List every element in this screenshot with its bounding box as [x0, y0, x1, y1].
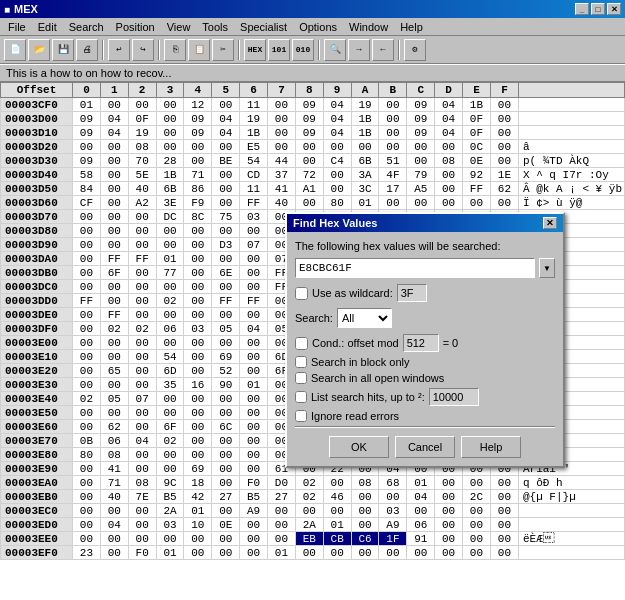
hex-cell[interactable]: 02	[156, 294, 184, 308]
hex-cell[interactable]: 00	[490, 126, 518, 140]
hex-cell[interactable]: 00	[212, 182, 240, 196]
hex-cell[interactable]: 00	[128, 420, 156, 434]
hex-cell[interactable]: 04	[323, 126, 351, 140]
hex-cell[interactable]: 00	[73, 476, 101, 490]
hex-cell[interactable]: 00	[212, 140, 240, 154]
hex-cell[interactable]: 00	[184, 546, 212, 560]
hex-cell[interactable]: 04	[128, 434, 156, 448]
ignore-errors-checkbox[interactable]	[295, 410, 307, 422]
hex-cell[interactable]: 00	[100, 336, 128, 350]
hex-cell[interactable]: 46	[323, 490, 351, 504]
hex-cell[interactable]: 75	[212, 210, 240, 224]
hex-cell[interactable]: 00	[435, 546, 463, 560]
hex-cell[interactable]: 01	[323, 518, 351, 532]
hex-cell[interactable]: 80	[323, 196, 351, 210]
hex-cell[interactable]: 00	[379, 140, 407, 154]
save-button[interactable]: 💾	[52, 39, 74, 61]
hex-cell[interactable]: 00	[490, 196, 518, 210]
hex-cell[interactable]: 12	[184, 98, 212, 112]
hex-cell[interactable]: 1B	[351, 112, 379, 126]
hex-cell[interactable]: 54	[156, 350, 184, 364]
hex-cell[interactable]: 00	[323, 546, 351, 560]
hex-cell[interactable]: FF	[240, 294, 268, 308]
hex-cell[interactable]: 00	[407, 504, 435, 518]
hex-cell[interactable]: 00	[212, 462, 240, 476]
hex-cell[interactable]: 2A	[156, 504, 184, 518]
search-block-checkbox[interactable]	[295, 356, 307, 368]
hex-cell[interactable]: 00	[100, 406, 128, 420]
hex-cell[interactable]: 00	[73, 462, 101, 476]
hex-cell[interactable]: 2A	[295, 518, 323, 532]
hex-cell[interactable]: 08	[128, 140, 156, 154]
menu-edit[interactable]: Edit	[32, 20, 63, 34]
hex-cell[interactable]: A9	[379, 518, 407, 532]
hex-cell[interactable]: 41	[100, 462, 128, 476]
hex-cell[interactable]: 44	[268, 154, 296, 168]
menu-view[interactable]: View	[161, 20, 197, 34]
hex-cell[interactable]: 00	[268, 98, 296, 112]
hex-cell[interactable]: 00	[295, 504, 323, 518]
hex-cell[interactable]: 40	[268, 196, 296, 210]
hex-cell[interactable]: 01	[73, 98, 101, 112]
hex-cell[interactable]: 04	[435, 98, 463, 112]
search-all-windows-checkbox[interactable]	[295, 372, 307, 384]
hex-cell[interactable]: A1	[295, 182, 323, 196]
hex-cell[interactable]: 07	[240, 238, 268, 252]
hex-cell[interactable]: 00	[184, 350, 212, 364]
hex-cell[interactable]: 04	[323, 112, 351, 126]
hex-cell[interactable]: 4F	[379, 168, 407, 182]
hex-cell[interactable]: 00	[490, 504, 518, 518]
hex-cell[interactable]: 01	[351, 196, 379, 210]
minimize-button[interactable]: _	[575, 3, 589, 15]
hex-cell[interactable]: 00	[435, 140, 463, 154]
wildcard-checkbox[interactable]	[295, 287, 308, 300]
hex-cell[interactable]: 00	[73, 280, 101, 294]
hex-cell[interactable]: 00	[240, 420, 268, 434]
list-hits-checkbox[interactable]	[295, 391, 307, 403]
hex-cell[interactable]: 02	[100, 322, 128, 336]
hex-cell[interactable]: 00	[156, 448, 184, 462]
hex-cell[interactable]: B5	[156, 490, 184, 504]
hex-cell[interactable]: 00	[73, 210, 101, 224]
hex-cell[interactable]: 68	[379, 476, 407, 490]
hex-cell[interactable]: 27	[212, 490, 240, 504]
hex-cell[interactable]: 00	[184, 252, 212, 266]
print-button[interactable]: 🖨	[76, 39, 98, 61]
hex-cell[interactable]: 00	[240, 448, 268, 462]
hex-cell[interactable]: 00	[156, 126, 184, 140]
hex-cell[interactable]: 00	[156, 392, 184, 406]
hex-cell[interactable]: 6C	[212, 420, 240, 434]
hex-cell[interactable]: 00	[212, 252, 240, 266]
hex-cell[interactable]: 00	[212, 504, 240, 518]
hex-cell[interactable]: 00	[128, 294, 156, 308]
hex-cell[interactable]: 00	[490, 98, 518, 112]
hex-cell[interactable]: 6F	[100, 266, 128, 280]
hex-cell[interactable]: 00	[212, 448, 240, 462]
hex-cell[interactable]: 00	[463, 196, 491, 210]
hex-cell[interactable]: 18	[184, 476, 212, 490]
hex-cell[interactable]: 00	[100, 378, 128, 392]
hex-cell[interactable]: A2	[128, 196, 156, 210]
hex-cell[interactable]: 00	[212, 98, 240, 112]
hex-cell[interactable]: 00	[128, 266, 156, 280]
hex-cell[interactable]: 04	[323, 98, 351, 112]
hex-cell[interactable]: 06	[100, 434, 128, 448]
hex-cell[interactable]: D3	[212, 238, 240, 252]
hex-cell[interactable]: 23	[73, 546, 101, 560]
hex-cell[interactable]: 04	[100, 112, 128, 126]
hex-cell[interactable]: 00	[323, 182, 351, 196]
hex-cell[interactable]: 09	[73, 154, 101, 168]
find-hex-dialog[interactable]: Find Hex Values ✕ The following hex valu…	[285, 212, 565, 468]
hex-cell[interactable]: 10	[184, 518, 212, 532]
hex-cell[interactable]: 00	[435, 196, 463, 210]
hex-cell[interactable]: 00	[212, 308, 240, 322]
hex-cell[interactable]: 00	[128, 364, 156, 378]
hex-cell[interactable]: 00	[73, 504, 101, 518]
hex-cell[interactable]: 00	[407, 140, 435, 154]
hex-cell[interactable]: 1B	[240, 126, 268, 140]
settings-button[interactable]: ⚙	[404, 39, 426, 61]
hex-cell[interactable]: 00	[463, 518, 491, 532]
hex-cell[interactable]: FF	[463, 182, 491, 196]
hex-cell[interactable]: 03	[184, 322, 212, 336]
hex2-button[interactable]: 010	[292, 39, 314, 61]
